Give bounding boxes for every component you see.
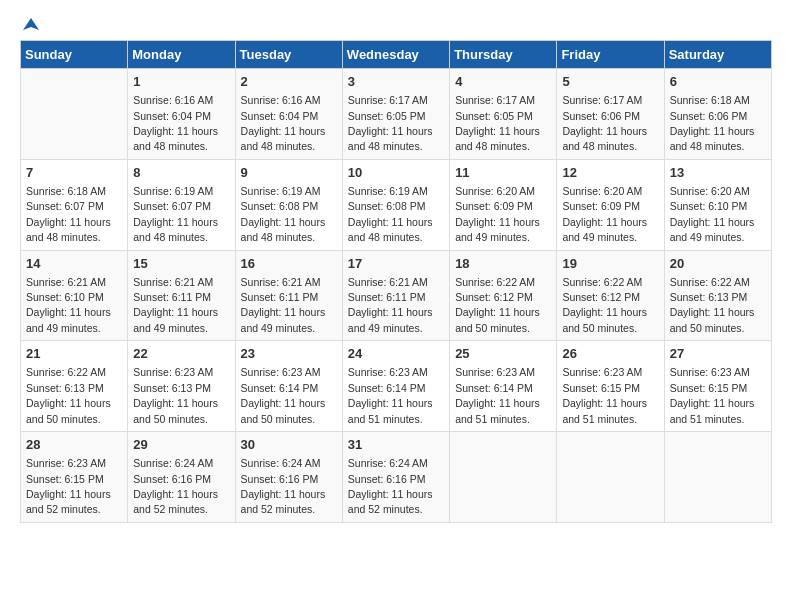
day-info: Sunrise: 6:22 AMSunset: 6:13 PMDaylight:…: [26, 366, 111, 424]
calendar-cell: 13Sunrise: 6:20 AMSunset: 6:10 PMDayligh…: [664, 159, 771, 250]
day-number: 24: [348, 345, 444, 363]
day-info: Sunrise: 6:21 AMSunset: 6:11 PMDaylight:…: [348, 276, 433, 334]
calendar-cell: 19Sunrise: 6:22 AMSunset: 6:12 PMDayligh…: [557, 250, 664, 341]
day-info: Sunrise: 6:23 AMSunset: 6:14 PMDaylight:…: [455, 366, 540, 424]
calendar-cell: 2Sunrise: 6:16 AMSunset: 6:04 PMDaylight…: [235, 69, 342, 160]
calendar-cell: [450, 432, 557, 523]
calendar-cell: 24Sunrise: 6:23 AMSunset: 6:14 PMDayligh…: [342, 341, 449, 432]
day-number: 21: [26, 345, 122, 363]
header-tuesday: Tuesday: [235, 41, 342, 69]
calendar-cell: [664, 432, 771, 523]
day-number: 15: [133, 255, 229, 273]
day-info: Sunrise: 6:17 AMSunset: 6:05 PMDaylight:…: [348, 94, 433, 152]
header-sunday: Sunday: [21, 41, 128, 69]
day-info: Sunrise: 6:23 AMSunset: 6:15 PMDaylight:…: [562, 366, 647, 424]
day-info: Sunrise: 6:20 AMSunset: 6:10 PMDaylight:…: [670, 185, 755, 243]
day-info: Sunrise: 6:18 AMSunset: 6:07 PMDaylight:…: [26, 185, 111, 243]
calendar-cell: 18Sunrise: 6:22 AMSunset: 6:12 PMDayligh…: [450, 250, 557, 341]
calendar-cell: 7Sunrise: 6:18 AMSunset: 6:07 PMDaylight…: [21, 159, 128, 250]
header-friday: Friday: [557, 41, 664, 69]
calendar-cell: 23Sunrise: 6:23 AMSunset: 6:14 PMDayligh…: [235, 341, 342, 432]
day-number: 19: [562, 255, 658, 273]
calendar-cell: 31Sunrise: 6:24 AMSunset: 6:16 PMDayligh…: [342, 432, 449, 523]
day-number: 26: [562, 345, 658, 363]
day-info: Sunrise: 6:23 AMSunset: 6:13 PMDaylight:…: [133, 366, 218, 424]
calendar-cell: 9Sunrise: 6:19 AMSunset: 6:08 PMDaylight…: [235, 159, 342, 250]
day-info: Sunrise: 6:20 AMSunset: 6:09 PMDaylight:…: [562, 185, 647, 243]
day-number: 6: [670, 73, 766, 91]
day-info: Sunrise: 6:19 AMSunset: 6:08 PMDaylight:…: [241, 185, 326, 243]
day-number: 14: [26, 255, 122, 273]
day-info: Sunrise: 6:23 AMSunset: 6:15 PMDaylight:…: [26, 457, 111, 515]
day-info: Sunrise: 6:20 AMSunset: 6:09 PMDaylight:…: [455, 185, 540, 243]
calendar-header-row: SundayMondayTuesdayWednesdayThursdayFrid…: [21, 41, 772, 69]
calendar-cell: 3Sunrise: 6:17 AMSunset: 6:05 PMDaylight…: [342, 69, 449, 160]
day-info: Sunrise: 6:19 AMSunset: 6:08 PMDaylight:…: [348, 185, 433, 243]
calendar-week-row: 7Sunrise: 6:18 AMSunset: 6:07 PMDaylight…: [21, 159, 772, 250]
day-info: Sunrise: 6:21 AMSunset: 6:10 PMDaylight:…: [26, 276, 111, 334]
day-number: 13: [670, 164, 766, 182]
day-info: Sunrise: 6:23 AMSunset: 6:15 PMDaylight:…: [670, 366, 755, 424]
calendar-cell: 28Sunrise: 6:23 AMSunset: 6:15 PMDayligh…: [21, 432, 128, 523]
logo: [20, 20, 41, 30]
calendar-cell: 20Sunrise: 6:22 AMSunset: 6:13 PMDayligh…: [664, 250, 771, 341]
day-info: Sunrise: 6:22 AMSunset: 6:12 PMDaylight:…: [562, 276, 647, 334]
day-info: Sunrise: 6:24 AMSunset: 6:16 PMDaylight:…: [241, 457, 326, 515]
day-info: Sunrise: 6:21 AMSunset: 6:11 PMDaylight:…: [133, 276, 218, 334]
header-saturday: Saturday: [664, 41, 771, 69]
day-number: 12: [562, 164, 658, 182]
calendar-table: SundayMondayTuesdayWednesdayThursdayFrid…: [20, 40, 772, 523]
day-number: 31: [348, 436, 444, 454]
calendar-cell: 4Sunrise: 6:17 AMSunset: 6:05 PMDaylight…: [450, 69, 557, 160]
page-header: [20, 20, 772, 30]
day-number: 22: [133, 345, 229, 363]
calendar-cell: 25Sunrise: 6:23 AMSunset: 6:14 PMDayligh…: [450, 341, 557, 432]
header-monday: Monday: [128, 41, 235, 69]
calendar-cell: [557, 432, 664, 523]
logo-bird-icon: [21, 16, 41, 36]
day-info: Sunrise: 6:21 AMSunset: 6:11 PMDaylight:…: [241, 276, 326, 334]
calendar-cell: 10Sunrise: 6:19 AMSunset: 6:08 PMDayligh…: [342, 159, 449, 250]
calendar-cell: 27Sunrise: 6:23 AMSunset: 6:15 PMDayligh…: [664, 341, 771, 432]
calendar-cell: 30Sunrise: 6:24 AMSunset: 6:16 PMDayligh…: [235, 432, 342, 523]
svg-marker-0: [23, 18, 39, 30]
header-thursday: Thursday: [450, 41, 557, 69]
calendar-cell: 1Sunrise: 6:16 AMSunset: 6:04 PMDaylight…: [128, 69, 235, 160]
calendar-cell: 22Sunrise: 6:23 AMSunset: 6:13 PMDayligh…: [128, 341, 235, 432]
calendar-cell: 29Sunrise: 6:24 AMSunset: 6:16 PMDayligh…: [128, 432, 235, 523]
calendar-cell: 12Sunrise: 6:20 AMSunset: 6:09 PMDayligh…: [557, 159, 664, 250]
day-number: 4: [455, 73, 551, 91]
day-info: Sunrise: 6:23 AMSunset: 6:14 PMDaylight:…: [241, 366, 326, 424]
day-info: Sunrise: 6:24 AMSunset: 6:16 PMDaylight:…: [133, 457, 218, 515]
day-info: Sunrise: 6:17 AMSunset: 6:06 PMDaylight:…: [562, 94, 647, 152]
day-number: 17: [348, 255, 444, 273]
calendar-week-row: 14Sunrise: 6:21 AMSunset: 6:10 PMDayligh…: [21, 250, 772, 341]
calendar-cell: 16Sunrise: 6:21 AMSunset: 6:11 PMDayligh…: [235, 250, 342, 341]
calendar-cell: 17Sunrise: 6:21 AMSunset: 6:11 PMDayligh…: [342, 250, 449, 341]
day-info: Sunrise: 6:22 AMSunset: 6:13 PMDaylight:…: [670, 276, 755, 334]
calendar-cell: 5Sunrise: 6:17 AMSunset: 6:06 PMDaylight…: [557, 69, 664, 160]
day-number: 30: [241, 436, 337, 454]
day-number: 3: [348, 73, 444, 91]
day-number: 7: [26, 164, 122, 182]
calendar-cell: 14Sunrise: 6:21 AMSunset: 6:10 PMDayligh…: [21, 250, 128, 341]
day-info: Sunrise: 6:19 AMSunset: 6:07 PMDaylight:…: [133, 185, 218, 243]
calendar-cell: 8Sunrise: 6:19 AMSunset: 6:07 PMDaylight…: [128, 159, 235, 250]
day-number: 5: [562, 73, 658, 91]
day-number: 29: [133, 436, 229, 454]
calendar-week-row: 28Sunrise: 6:23 AMSunset: 6:15 PMDayligh…: [21, 432, 772, 523]
day-number: 23: [241, 345, 337, 363]
day-number: 20: [670, 255, 766, 273]
calendar-cell: 6Sunrise: 6:18 AMSunset: 6:06 PMDaylight…: [664, 69, 771, 160]
day-number: 10: [348, 164, 444, 182]
calendar-week-row: 1Sunrise: 6:16 AMSunset: 6:04 PMDaylight…: [21, 69, 772, 160]
calendar-cell: 11Sunrise: 6:20 AMSunset: 6:09 PMDayligh…: [450, 159, 557, 250]
calendar-cell: 21Sunrise: 6:22 AMSunset: 6:13 PMDayligh…: [21, 341, 128, 432]
day-number: 16: [241, 255, 337, 273]
day-number: 2: [241, 73, 337, 91]
header-wednesday: Wednesday: [342, 41, 449, 69]
day-number: 8: [133, 164, 229, 182]
day-info: Sunrise: 6:24 AMSunset: 6:16 PMDaylight:…: [348, 457, 433, 515]
day-number: 25: [455, 345, 551, 363]
calendar-cell: 26Sunrise: 6:23 AMSunset: 6:15 PMDayligh…: [557, 341, 664, 432]
